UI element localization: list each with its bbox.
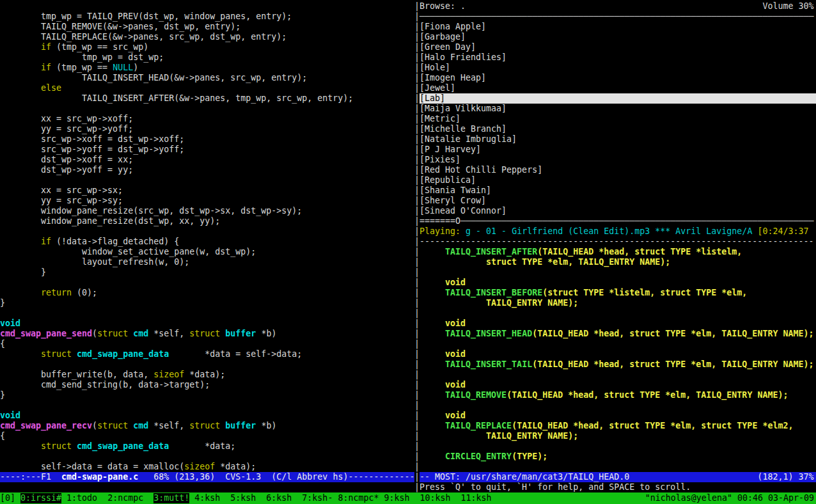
browse-item[interactable]: |[Michelle Branch] (414, 124, 816, 134)
code-line: void (0, 319, 414, 329)
man-line: | TAILQ_REPLACE(TAILQ_HEAD *head, struct… (414, 421, 816, 431)
text-segment (0, 83, 41, 93)
code-line: window_pane_resize(dst_wp, xx, yy); (0, 216, 414, 226)
text-segment: (0); (72, 288, 97, 298)
browse-item[interactable]: |[Republica] (414, 175, 816, 185)
code-line: cmd_send_string(b, data->target); (0, 380, 414, 390)
browse-item[interactable]: |[Pixies] (414, 155, 816, 165)
text-segment: ( (92, 421, 97, 431)
text-segment: struct (41, 441, 72, 452)
browse-item[interactable]: |[Metric] (414, 114, 816, 124)
browse-item[interactable]: |[Natalie Imbruglia] (414, 134, 816, 145)
code-line: self->data = data = xmalloc(sizeof *data… (0, 462, 414, 472)
text-segment: [Green Day] (420, 42, 476, 52)
text-segment: =======O (420, 216, 460, 226)
text-segment (466, 1, 762, 12)
code-line: cmd_swap_pane_send(struct cmd *self, str… (0, 329, 414, 339)
code-line (0, 308, 414, 319)
text-segment: tmp_wp = dst_wp; (0, 52, 164, 63)
text-segment: [Halo Friendlies] (420, 52, 506, 63)
text-segment: | (414, 52, 420, 63)
text-segment: } (0, 390, 5, 400)
code-line: buffer_write(b, data, sizeof *data); (0, 370, 414, 380)
text-segment: xx = src_wp->xoff; (0, 114, 133, 124)
browse-item[interactable]: |[Maija Vilkkumaa] (414, 104, 816, 114)
text-segment (0, 63, 41, 73)
terminal-screen: tmp_wp = TAILQ_PREV(dst_wp, window_panes… (0, 0, 816, 504)
text-segment (72, 441, 77, 452)
man-line: | void (414, 411, 816, 421)
text-segment: TAILQ_REMOVE (445, 390, 506, 400)
player-progressbar: |=======O───────────────────────────────… (414, 216, 816, 226)
man-line: | void (414, 319, 816, 329)
browse-item[interactable]: |[Imogen Heap] (414, 73, 816, 83)
text-segment: if (41, 237, 51, 247)
text-segment: | (414, 339, 420, 349)
text-segment: | (414, 83, 420, 93)
text-segment: ----:---F1 (0, 472, 61, 482)
text-segment: | (414, 226, 420, 237)
text-segment: *self, (148, 329, 189, 339)
text-segment: TAILQ_INSERT_TAIL (445, 359, 532, 370)
code-line: xx = src_wp->sx; (0, 185, 414, 196)
text-segment: struct (189, 329, 220, 339)
text-segment: *data = self->data; (169, 349, 302, 359)
text-segment: *b) (256, 421, 276, 431)
text-segment: { (0, 339, 5, 349)
code-line: window_set_active_pane(w, dst_wp); (0, 247, 414, 257)
text-segment: *data; (169, 441, 235, 452)
text-segment: | (414, 73, 420, 83)
browse-item[interactable]: |[Sinead O'Connor] (414, 206, 816, 216)
tmux-window-item: 3:mutt! (153, 493, 189, 503)
browse-item-selected[interactable]: |[Lab] (414, 93, 816, 104)
man-line: | void (414, 380, 816, 390)
text-segment: *data); (215, 462, 256, 472)
text-segment: [Red Hot Chilli Peppers] (420, 165, 542, 175)
browse-item[interactable]: |[Hole] (414, 63, 816, 73)
text-segment: else (41, 83, 61, 93)
tmux-window-item: 4:ksh 5:ksh 6:ksh 7:ksh- 8:ncmpc* 9:ksh … (189, 493, 491, 503)
man-line: | TAILQ_INSERT_TAIL(TAILQ_HEAD *head, st… (414, 359, 816, 370)
text-segment: void (445, 411, 466, 421)
text-segment: yy = src_wp->sy; (0, 196, 123, 206)
man-line: | void (414, 278, 816, 288)
code-line: dst_wp->xoff = xx; (0, 155, 414, 165)
text-segment: cmd (133, 421, 148, 431)
man-line: | (414, 441, 816, 452)
text-segment: { (0, 431, 5, 441)
most-statusbar: |-- MOST: /usr/share/man/cat3/TAILQ_HEAD… (414, 472, 816, 482)
text-segment: [Sheryl Crow] (420, 196, 486, 206)
text-segment: TAILQ_INSERT_BEFORE (445, 288, 542, 298)
browse-item[interactable]: |[Red Hot Chilli Peppers] (414, 165, 816, 175)
browse-item[interactable]: |[Fiona Apple] (414, 22, 816, 32)
text-segment: if (41, 42, 51, 52)
text-segment: Browse: . (420, 1, 466, 12)
browse-item[interactable]: |[P J Harvey] (414, 145, 816, 155)
text-segment: tmp_wp = TAILQ_PREV(dst_wp, window_panes… (0, 12, 292, 22)
text-segment: void (445, 278, 466, 288)
code-line: src_wp->yoff = dst_wp->yoff; (0, 145, 414, 155)
text-segment: TAILQ_INSERT_AFTER (445, 247, 537, 257)
text-segment: Press `Q' to quit, `H' for help, and SPA… (420, 482, 691, 492)
browse-item[interactable]: |[Garbage] (414, 32, 816, 42)
man-line: | TAILQ_INSERT_HEAD(TAILQ_HEAD *head, st… (414, 329, 816, 339)
text-segment: void (445, 349, 466, 359)
text-segment: | (414, 196, 420, 206)
text-segment: | (414, 462, 420, 472)
text-segment: [Maija Vilkkumaa] (420, 104, 506, 114)
browse-item[interactable]: |[Jewel] (414, 83, 816, 93)
tmux-window-list[interactable]: [0] 0:irssi# 1:todo 2:ncmpc 3:mutt! 4:ks… (0, 493, 492, 503)
text-segment: TAILQ_INSERT_HEAD(&w->panes, src_wp, ent… (0, 73, 307, 83)
text-segment: TAILQ_REMOVE(&w->panes, dst_wp, entry); (0, 22, 240, 32)
man-line: | void (414, 349, 816, 359)
browse-item[interactable]: |[Shania Twain] (414, 185, 816, 196)
code-line: TAILQ_INSERT_HEAD(&w->panes, src_wp, ent… (0, 73, 414, 83)
text-segment (220, 421, 225, 431)
text-segment: (tmp_wp == (51, 63, 113, 73)
browse-item[interactable]: |[Green Day] (414, 42, 816, 52)
browse-item[interactable]: |[Sheryl Crow] (414, 196, 816, 206)
man-line: | TAILQ_ENTRY NAME); (414, 431, 816, 441)
text-segment: | (414, 165, 420, 175)
browse-item[interactable]: |[Halo Friendlies] (414, 52, 816, 63)
code-line: dst_wp->yoff = yy; (0, 165, 414, 175)
